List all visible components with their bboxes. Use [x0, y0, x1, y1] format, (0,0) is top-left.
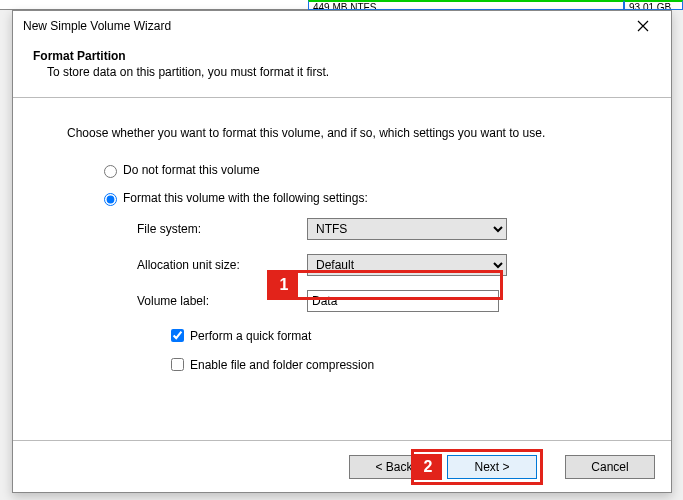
content-area: Choose whether you want to format this v…	[13, 98, 671, 440]
cancel-button[interactable]: Cancel	[565, 455, 655, 479]
close-icon	[637, 20, 649, 32]
compression-label: Enable file and folder compression	[190, 358, 374, 372]
format-settings-block: File system: NTFS Allocation unit size: …	[137, 218, 639, 312]
titlebar: New Simple Volume Wizard	[13, 11, 671, 41]
file-system-row: File system: NTFS	[137, 218, 639, 240]
volume-label-label: Volume label:	[137, 294, 307, 308]
volume-label-row: Volume label:	[137, 290, 639, 312]
file-system-select[interactable]: NTFS	[307, 218, 507, 240]
prompt-text: Choose whether you want to format this v…	[67, 126, 639, 140]
alloc-size-label: Allocation unit size:	[137, 258, 307, 272]
close-button[interactable]	[623, 12, 663, 40]
header-section: Format Partition To store data on this p…	[13, 41, 671, 98]
heading-subtext: To store data on this partition, you mus…	[47, 65, 653, 79]
quick-format-checkbox[interactable]	[171, 329, 184, 342]
footer: < Back Next > Cancel 2	[13, 440, 671, 492]
back-button[interactable]: < Back	[349, 455, 439, 479]
background-partition-seg-2: 93.01 GB NT	[624, 0, 683, 10]
quick-format-label: Perform a quick format	[190, 329, 311, 343]
window-title: New Simple Volume Wizard	[23, 19, 623, 33]
alloc-size-row: Allocation unit size: Default	[137, 254, 639, 276]
radio-format[interactable]: Format this volume with the following se…	[99, 190, 639, 206]
radio-no-format-input[interactable]	[104, 165, 117, 178]
quick-format-checkbox-row[interactable]: Perform a quick format	[167, 326, 639, 345]
radio-no-format[interactable]: Do not format this volume	[99, 162, 639, 178]
compression-checkbox[interactable]	[171, 358, 184, 371]
wizard-dialog: New Simple Volume Wizard Format Partitio…	[12, 10, 672, 493]
heading: Format Partition	[33, 49, 653, 63]
compression-checkbox-row[interactable]: Enable file and folder compression	[167, 355, 639, 374]
volume-label-input[interactable]	[307, 290, 499, 312]
alloc-size-select[interactable]: Default	[307, 254, 507, 276]
next-button[interactable]: Next >	[447, 455, 537, 479]
background-partition-seg-1: 449 MB NTFS	[308, 0, 624, 10]
radio-format-label: Format this volume with the following se…	[123, 191, 368, 205]
radio-no-format-label: Do not format this volume	[123, 163, 260, 177]
radio-format-input[interactable]	[104, 193, 117, 206]
file-system-label: File system:	[137, 222, 307, 236]
